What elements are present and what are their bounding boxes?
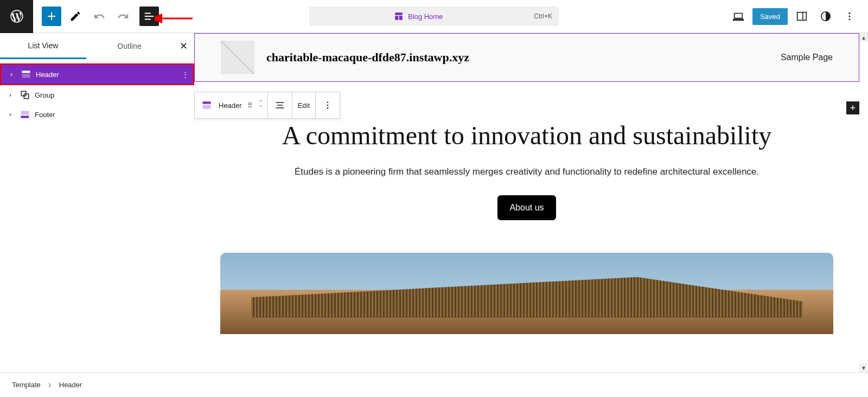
align-button[interactable] [273, 99, 286, 112]
svg-point-5 [849, 16, 851, 17]
editor-canvas: ▲ ▼ charitable-macaque-dfde87.instawp.xy… [194, 33, 868, 372]
list-item-footer[interactable]: › Footer [0, 105, 194, 124]
svg-point-8 [327, 105, 329, 106]
svg-point-4 [849, 12, 851, 14]
chevron-right-icon[interactable]: › [5, 91, 15, 99]
close-panel-button[interactable]: ✕ [173, 40, 194, 52]
block-breadcrumb: Template › Header [0, 372, 868, 397]
drag-handle[interactable]: ⠿ [247, 101, 254, 110]
add-block-button[interactable] [42, 7, 61, 26]
item-options-button[interactable]: ⋮ [177, 71, 193, 79]
hero-paragraph[interactable]: Études is a pioneering firm that seamles… [194, 164, 859, 179]
hero-image[interactable] [220, 253, 833, 334]
redo-button[interactable] [113, 7, 133, 26]
tab-outline[interactable]: Outline [86, 34, 173, 58]
move-buttons[interactable]: ˄˅ [259, 100, 262, 111]
header-template-part[interactable]: charitable-macaque-dfde87.instawp.xyz Sa… [194, 33, 859, 82]
nav-link-sample-page[interactable]: Sample Page [781, 53, 833, 62]
svg-point-9 [327, 107, 329, 109]
list-item-label: Group [35, 91, 194, 99]
wordpress-logo[interactable] [0, 0, 33, 33]
list-item-label: Footer [35, 111, 194, 119]
header-block-icon [20, 68, 33, 81]
settings-panel-button[interactable] [792, 7, 812, 26]
view-button[interactable] [729, 7, 748, 26]
scroll-down-icon[interactable]: ▼ [859, 363, 868, 372]
group-block-icon [18, 88, 31, 101]
footer-block-icon [18, 108, 31, 121]
document-overview-panel: List View Outline ✕ › Header ⋮ › Group › [0, 33, 194, 372]
options-button[interactable] [840, 7, 859, 26]
template-name: Blog Home [408, 12, 443, 21]
edit-button[interactable]: Edit [298, 101, 310, 110]
breadcrumb-root[interactable]: Template [12, 381, 41, 389]
svg-point-6 [849, 18, 851, 20]
add-block-inline-button[interactable]: + [846, 101, 859, 114]
list-item-group[interactable]: › Group [0, 85, 194, 105]
undo-button[interactable] [90, 7, 109, 26]
keyboard-shortcut: Ctrl+K [527, 12, 559, 20]
site-logo-placeholder[interactable] [221, 41, 254, 74]
toolbar-left [33, 7, 159, 26]
annotation-highlight: › Header ⋮ [0, 63, 194, 85]
block-options-button[interactable] [321, 99, 334, 112]
list-item-label: Header [36, 71, 177, 79]
styles-button[interactable] [816, 7, 835, 26]
hero-heading[interactable]: A commitment to innovation and sustainab… [194, 120, 859, 151]
command-center[interactable]: Blog Home Ctrl+K [309, 7, 559, 26]
chevron-right-icon[interactable]: › [5, 111, 15, 118]
about-us-button[interactable]: About us [497, 195, 556, 220]
tab-list-view[interactable]: List View [0, 34, 86, 59]
site-title[interactable]: charitable-macaque-dfde87.instawp.xyz [266, 50, 469, 65]
save-button[interactable]: Saved [752, 8, 788, 25]
annotation-arrow [155, 13, 193, 24]
template-label: Blog Home [309, 11, 527, 21]
svg-point-7 [327, 101, 329, 103]
top-toolbar: Blog Home Ctrl+K Saved [0, 0, 868, 33]
svg-rect-1 [797, 12, 807, 21]
list-item-header[interactable]: › Header ⋮ [1, 65, 193, 84]
breadcrumb-current[interactable]: Header [59, 381, 82, 389]
scrollbar[interactable]: ▲ ▼ [859, 33, 868, 372]
block-name-label: Header [219, 101, 242, 110]
document-overview-button[interactable] [139, 7, 159, 26]
scroll-up-icon[interactable]: ▲ [859, 33, 868, 42]
chevron-right-icon: › [48, 379, 52, 390]
chevron-right-icon[interactable]: › [7, 71, 16, 78]
page-content: A commitment to innovation and sustainab… [194, 82, 859, 334]
tools-button[interactable] [66, 7, 85, 26]
block-toolbar: Header ⠿ ˄˅ Edit [194, 92, 340, 119]
header-block-icon[interactable] [200, 99, 213, 112]
toolbar-right: Saved [729, 7, 868, 26]
